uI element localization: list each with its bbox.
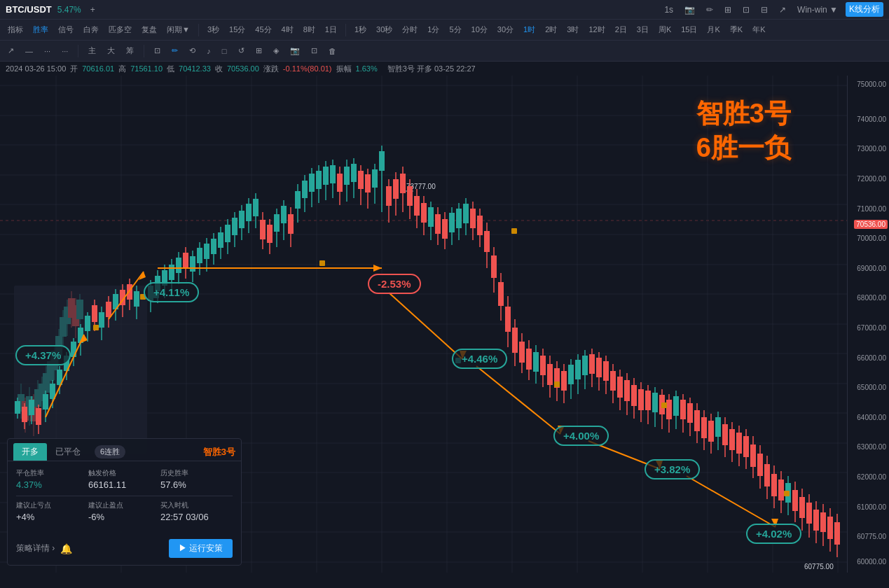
svg-rect-196 <box>484 231 490 252</box>
price-62000: 62000.00 <box>857 473 886 481</box>
svg-rect-278 <box>771 474 777 496</box>
big-title-line2: 6胜一负 <box>696 131 791 165</box>
tf-2h[interactable]: 2时 <box>542 23 560 36</box>
tf-2d[interactable]: 2日 <box>612 23 630 36</box>
svg-rect-272 <box>750 444 756 467</box>
fullscreen-btn[interactable]: ⊡ <box>739 4 753 16</box>
tf-3s[interactable]: 3秒 <box>204 23 223 36</box>
main-btn[interactable]: 主 <box>85 44 99 57</box>
square-btn[interactable]: ⊡ <box>151 45 164 57</box>
line-btn[interactable]: — <box>22 46 36 57</box>
tf-month[interactable]: 月K <box>703 23 723 36</box>
tf-10min[interactable]: 10分 <box>468 23 491 36</box>
svg-rect-274 <box>757 454 763 476</box>
winrate-btn[interactable]: 胜率 <box>29 23 52 36</box>
dots-btn1[interactable]: ··· <box>41 46 54 57</box>
svg-rect-244 <box>652 393 658 412</box>
svg-rect-117 <box>211 239 216 254</box>
run-strategy-button[interactable]: ▶ 运行安策 <box>169 539 233 558</box>
svg-rect-288 <box>806 503 812 524</box>
add-tab[interactable]: + <box>87 4 99 16</box>
tf-1d[interactable]: 1日 <box>322 23 340 36</box>
toolbar-row2: ↗ — ··· ··· 主 大 筹 ⊡ ✏ ⟲ ♪ □ ↺ ⊞ ◈ 📷 ⊡ 🗑 <box>0 41 889 62</box>
svg-rect-186 <box>449 213 455 232</box>
rect-btn[interactable]: □ <box>219 46 230 57</box>
target-btn[interactable]: ◈ <box>270 45 282 57</box>
tf-week[interactable]: 周K <box>655 23 675 36</box>
pair-tab[interactable]: BTC/USDT <box>6 4 52 15</box>
cursor-btn[interactable]: ↗ <box>4 45 18 57</box>
tab-closed[interactable]: 已平仓 <box>47 443 89 461</box>
bell-icon[interactable]: 🔔 <box>60 543 72 554</box>
big-btn[interactable]: 大 <box>104 44 118 57</box>
trash-btn[interactable]: 🗑 <box>325 46 340 57</box>
strategy-detail-link[interactable]: 策略详情 › <box>16 542 55 554</box>
photo-btn[interactable]: 📷 <box>287 45 303 57</box>
replay-btn[interactable]: 复盘 <box>138 23 160 36</box>
svg-rect-125 <box>239 211 244 228</box>
tf-tick[interactable]: 分时 <box>399 23 421 36</box>
tf-12h[interactable]: 12时 <box>585 23 608 36</box>
stop-profit-label: 建议止盈点 <box>88 500 160 510</box>
kb-analysis-btn[interactable]: K线分析 <box>846 2 883 17</box>
rotate-btn[interactable]: ↺ <box>235 45 248 57</box>
close-label: 收 <box>215 64 223 74</box>
trigger-price-label: 触发价格 <box>88 468 160 478</box>
svg-rect-260 <box>708 421 714 442</box>
tf-15m[interactable]: 15分 <box>226 23 249 36</box>
baibeng-btn[interactable]: 白奔 <box>80 23 102 36</box>
svg-rect-202 <box>505 307 511 332</box>
svg-rect-156 <box>344 167 350 185</box>
tab-open-long[interactable]: 开多 <box>13 443 47 461</box>
expand-btn[interactable]: ↗ <box>776 4 790 16</box>
period-btn[interactable]: 闲期▼ <box>163 23 193 36</box>
tf-15d[interactable]: 15日 <box>677 23 701 36</box>
tf-quarter[interactable]: 季K <box>726 23 746 36</box>
screenshot-btn[interactable]: 📷 <box>681 4 698 16</box>
tf-1min[interactable]: 1分 <box>424 23 443 36</box>
timeframe-1s[interactable]: 1s <box>661 4 677 16</box>
tf-1h[interactable]: 1时 <box>520 23 539 36</box>
layout-btn[interactable]: ⊟ <box>757 4 771 16</box>
undo-btn[interactable]: ⟲ <box>186 45 199 57</box>
win-win-btn[interactable]: Win-win ▼ <box>794 4 841 16</box>
tf-year[interactable]: 年K <box>749 23 769 36</box>
chip-btn[interactable]: 筹 <box>123 44 137 57</box>
svg-rect-113 <box>197 248 202 263</box>
price-75000: 75000.00 <box>857 80 886 88</box>
svg-rect-264 <box>722 424 728 445</box>
tf-30min[interactable]: 30分 <box>494 23 517 36</box>
tf-1s[interactable]: 1秒 <box>351 23 370 36</box>
tf-8h[interactable]: 8时 <box>300 23 319 36</box>
win-streak-badge: 6连胜 <box>95 445 125 458</box>
signal-btn[interactable]: 信号 <box>55 23 77 36</box>
tf-30s[interactable]: 30秒 <box>373 23 396 36</box>
price-70000: 70000.00 <box>857 234 886 242</box>
svg-rect-250 <box>673 396 679 416</box>
sep1 <box>198 24 199 36</box>
pencil-btn[interactable]: ✏ <box>168 45 181 57</box>
draw-btn[interactable]: ✏ <box>703 4 717 16</box>
svg-rect-280 <box>778 479 784 500</box>
svg-rect-105 <box>169 265 174 280</box>
svg-rect-178 <box>421 203 427 223</box>
tf-3h[interactable]: 3时 <box>563 23 582 36</box>
svg-rect-63 <box>15 401 20 414</box>
sound-btn[interactable]: ♪ <box>203 46 214 57</box>
svg-rect-276 <box>764 464 770 486</box>
dots-btn2[interactable]: ··· <box>58 46 71 57</box>
indicator-btn[interactable]: 指标 <box>4 23 27 36</box>
svg-rect-208 <box>526 349 532 370</box>
tf-5min[interactable]: 5分 <box>446 23 464 36</box>
multishort-btn[interactable]: 匹多空 <box>105 23 135 36</box>
svg-rect-302 <box>661 402 667 408</box>
crosshair-btn[interactable]: ⊞ <box>252 45 266 57</box>
box-btn[interactable]: ⊡ <box>308 45 321 57</box>
tf-45m[interactable]: 45分 <box>251 23 275 36</box>
tf-3d[interactable]: 3日 <box>633 23 652 36</box>
panel-tabs: 开多 已平仓 6连胜 智胜3号 <box>8 439 241 461</box>
svg-rect-111 <box>190 256 195 272</box>
svg-marker-311 <box>373 265 382 272</box>
grid-btn[interactable]: ⊞ <box>721 4 735 16</box>
tf-4h[interactable]: 4时 <box>278 23 297 36</box>
